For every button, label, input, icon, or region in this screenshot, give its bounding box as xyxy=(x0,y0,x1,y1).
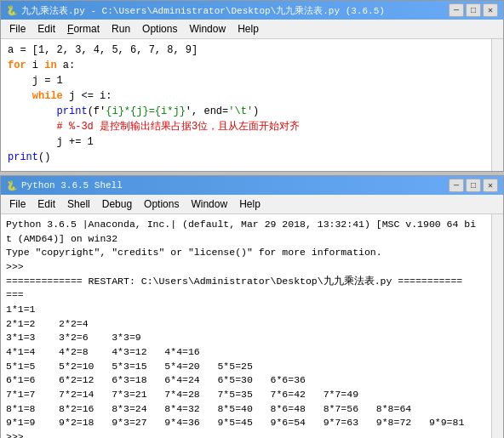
shell-title: Python 3.6.5 Shell xyxy=(21,180,123,191)
shell-scrollbar[interactable] xyxy=(491,214,503,438)
code-line-8: print() xyxy=(8,150,496,165)
editor-close[interactable]: ✕ xyxy=(483,3,498,17)
code-line-5: print(f'{i}*{j}={i*j}', end='\t') xyxy=(8,104,496,119)
shell-line-10: 4*1=4 4*2=8 4*3=12 4*4=16 xyxy=(6,345,498,360)
menu-options[interactable]: Options xyxy=(137,21,182,37)
shell-line-7: 1*1=1 xyxy=(6,303,498,317)
menu-edit[interactable]: Edit xyxy=(32,21,60,37)
code-content: a = [1, 2, 3, 4, 5, 6, 7, 8, 9] for i in… xyxy=(8,43,496,165)
editor-icon: 🐍 xyxy=(6,5,18,16)
shell-line-12: 6*1=6 6*2=12 6*3=18 6*4=24 6*5=30 6*6=36 xyxy=(6,373,498,388)
shell-line-9: 3*1=3 3*2=6 3*3=9 xyxy=(6,331,498,345)
shell-line-2: t (AMD64)] on win32 xyxy=(6,232,498,247)
shell-menu-file[interactable]: File xyxy=(4,196,31,212)
editor-maximize[interactable]: □ xyxy=(466,3,481,17)
shell-title-bar: 🐍 Python 3.6.5 Shell ─ □ ✕ xyxy=(1,176,503,195)
shell-line-3: Type "copyright", "credits" or "license(… xyxy=(6,246,498,260)
code-line-1: a = [1, 2, 3, 4, 5, 6, 7, 8, 9] xyxy=(8,43,496,58)
shell-window: 🐍 Python 3.6.5 Shell ─ □ ✕ File Edit She… xyxy=(0,175,504,438)
shell-title-left: 🐍 Python 3.6.5 Shell xyxy=(6,180,123,191)
shell-line-11: 5*1=5 5*2=10 5*3=15 5*4=20 5*5=25 xyxy=(6,360,498,374)
shell-line-16: >>> xyxy=(6,430,498,438)
shell-line-5: ============= RESTART: C:\Users\Administ… xyxy=(6,275,498,289)
shell-maximize[interactable]: □ xyxy=(466,179,481,192)
shell-line-14: 8*1=8 8*2=16 8*3=24 8*4=32 8*5=40 8*6=48… xyxy=(6,402,498,417)
shell-output[interactable]: Python 3.6.5 |Anaconda, Inc.| (default, … xyxy=(1,214,503,438)
shell-line-15: 9*1=9 9*2=18 9*3=27 9*4=36 9*5=45 9*6=54… xyxy=(6,416,498,430)
code-editor[interactable]: a = [1, 2, 3, 4, 5, 6, 7, 8, 9] for i in… xyxy=(1,39,503,171)
shell-close[interactable]: ✕ xyxy=(483,179,498,192)
menu-window[interactable]: Window xyxy=(184,21,231,37)
editor-scrollbar[interactable] xyxy=(491,39,503,171)
menu-format[interactable]: Format xyxy=(62,21,105,37)
editor-window: 🐍 九九乘法表.py - C:\Users\Administrator\Desk… xyxy=(0,0,504,172)
shell-menu-options[interactable]: Options xyxy=(139,196,184,212)
shell-line-13: 7*1=7 7*2=14 7*3=21 7*4=28 7*5=35 7*6=42… xyxy=(6,388,498,402)
shell-menu-debug[interactable]: Debug xyxy=(97,196,137,212)
shell-line-4: >>> xyxy=(6,260,498,275)
shell-line-6: === xyxy=(6,288,498,303)
menu-file[interactable]: File xyxy=(4,21,31,37)
editor-minimize[interactable]: ─ xyxy=(449,3,464,17)
shell-icon: 🐍 xyxy=(6,180,18,191)
editor-menu-bar: File Edit Format Run Options Window Help xyxy=(1,20,503,39)
shell-menu-window[interactable]: Window xyxy=(186,196,232,212)
editor-controls: ─ □ ✕ xyxy=(449,3,498,17)
shell-menu-shell[interactable]: Shell xyxy=(62,196,95,212)
shell-menu-edit[interactable]: Edit xyxy=(32,196,60,212)
shell-minimize[interactable]: ─ xyxy=(449,179,464,192)
shell-line-1: Python 3.6.5 |Anaconda, Inc.| (default, … xyxy=(6,218,498,232)
code-line-2: for i in a: xyxy=(8,58,496,73)
shell-controls: ─ □ ✕ xyxy=(449,179,498,192)
shell-menu-bar: File Edit Shell Debug Options Window Hel… xyxy=(1,195,503,214)
menu-run[interactable]: Run xyxy=(106,21,135,37)
code-line-6: # %-3d 是控制输出结果占据3位，且从左面开始对齐 xyxy=(8,119,496,134)
menu-help[interactable]: Help xyxy=(232,21,264,37)
editor-title: 九九乘法表.py - C:\Users\Administrator\Deskto… xyxy=(21,4,385,17)
shell-menu-help[interactable]: Help xyxy=(234,196,266,212)
editor-title-bar: 🐍 九九乘法表.py - C:\Users\Administrator\Desk… xyxy=(1,1,503,20)
code-line-7: j += 1 xyxy=(8,134,496,150)
code-line-4: while j <= i: xyxy=(8,88,496,104)
editor-title-left: 🐍 九九乘法表.py - C:\Users\Administrator\Desk… xyxy=(6,4,385,17)
code-line-3: j = 1 xyxy=(8,73,496,88)
shell-line-8: 2*1=2 2*2=4 xyxy=(6,317,498,332)
